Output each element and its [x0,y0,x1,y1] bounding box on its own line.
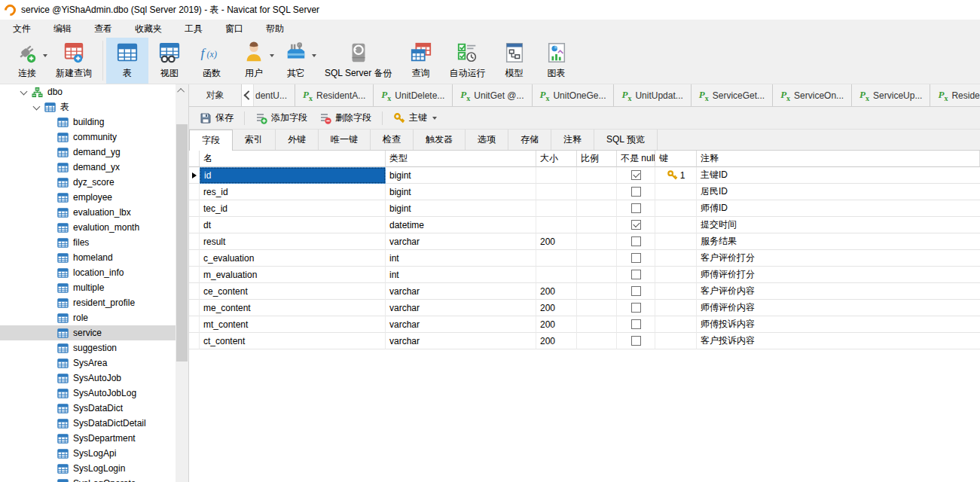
chevron-down-icon[interactable] [32,102,41,111]
field-key-cell[interactable] [655,233,697,250]
table-row[interactable]: mt_contentvarchar200师傅投诉内容 [189,316,980,333]
sidebar-item-resident_profile[interactable]: resident_profile [0,295,176,310]
field-name-cell[interactable]: tec_id [200,200,386,217]
sidebar-item-SysDepartment[interactable]: SysDepartment [0,431,176,446]
field-name-cell[interactable]: id [200,167,386,184]
field-comment-cell[interactable]: 师傅评价内容 [697,300,980,316]
tab-外键[interactable]: 外键 [276,130,319,150]
field-name-cell[interactable]: res_id [200,184,386,200]
notnull-checkbox[interactable] [631,303,641,313]
tab-字段[interactable]: 字段 [189,130,233,151]
field-type-cell[interactable]: bigint [386,200,536,217]
sidebar-item-demand_yg[interactable]: demand_yg [0,145,176,160]
sidebar-item-SysAutoJob[interactable]: SysAutoJob [0,371,176,386]
object-tab-UnitGet @...[interactable]: PxUnitGet @... [453,84,532,106]
sidebar-item-homeland[interactable]: homeland [0,250,176,265]
notnull-checkbox[interactable] [631,236,641,246]
sidebar-item-dbo[interactable]: dbo [0,84,176,99]
field-notnull-cell[interactable] [617,283,655,300]
notnull-checkbox[interactable] [631,286,641,296]
field-type-cell[interactable]: varchar [386,316,536,333]
column-header-1[interactable]: 类型 [386,151,536,167]
field-notnull-cell[interactable] [617,333,655,349]
sidebar-item-role[interactable]: role [0,310,176,325]
table-row[interactable]: ct_contentvarchar200客户投诉内容 [189,333,980,349]
toolbar-button-model[interactable]: 模型 [493,38,536,84]
sidebar-scrollbar[interactable] [176,84,188,482]
toolbar-button-table[interactable]: 表 [106,38,148,84]
field-comment-cell[interactable]: 师傅评价打分 [697,267,980,283]
field-size-cell[interactable]: 200 [536,316,577,333]
sidebar-item-evaluation_lbx[interactable]: evaluation_lbx [0,205,176,220]
chevron-down-icon[interactable] [43,54,47,57]
table-row[interactable]: tec_idbigint师傅ID [189,200,980,217]
field-notnull-cell[interactable] [617,184,655,200]
field-name-cell[interactable]: m_evaluation [200,267,386,283]
field-size-cell[interactable] [536,167,577,184]
field-notnull-cell[interactable] [617,217,655,233]
tab-注释[interactable]: 注释 [551,130,594,150]
field-scale-cell[interactable] [577,333,617,349]
menu-item-6[interactable]: 帮助 [255,20,295,38]
tab-触发器[interactable]: 触发器 [414,130,466,150]
object-tab-ServiceOn...[interactable]: PxServiceOn... [773,84,852,106]
field-comment-cell[interactable]: 居民ID [697,184,980,200]
primary-key-button[interactable]: 主键 [387,109,443,127]
field-notnull-cell[interactable] [617,200,655,217]
field-type-cell[interactable]: int [386,250,536,267]
object-tab-ServiceUp...[interactable]: PxServiceUp... [852,84,930,106]
field-name-cell[interactable]: result [200,233,386,250]
sidebar-item-SysLogApi[interactable]: SysLogApi [0,446,176,461]
object-tab-UnitDelete...[interactable]: PxUnitDelete... [374,84,453,106]
table-row[interactable]: c_evaluationint客户评价打分 [189,250,980,267]
notnull-checkbox[interactable] [631,220,641,230]
column-header-6[interactable]: 注释 [697,151,980,167]
field-comment-cell[interactable]: 提交时间 [697,217,980,233]
field-comment-cell[interactable]: 师傅投诉内容 [697,316,980,333]
field-size-cell[interactable]: 200 [536,233,577,250]
field-key-cell[interactable] [655,184,697,200]
field-comment-cell[interactable]: 主键ID [697,167,980,184]
notnull-checkbox[interactable] [631,319,641,329]
field-scale-cell[interactable] [577,283,617,300]
field-size-cell[interactable]: 200 [536,333,577,349]
field-notnull-cell[interactable] [617,267,655,283]
tab-objects[interactable]: 对象 [189,84,242,106]
field-notnull-cell[interactable] [617,233,655,250]
field-key-cell[interactable]: 1 [655,167,697,184]
field-key-cell[interactable] [655,283,697,300]
toolbar-button-automation[interactable]: 自动运行 [442,38,493,84]
field-scale-cell[interactable] [577,316,617,333]
field-name-cell[interactable]: dt [200,217,386,233]
field-name-cell[interactable]: ce_content [200,283,386,300]
add-field-button[interactable]: 添加字段 [249,109,313,127]
notnull-checkbox[interactable] [631,270,641,279]
sidebar-item-employee[interactable]: employee [0,190,176,205]
field-key-cell[interactable] [655,250,697,267]
field-type-cell[interactable]: varchar [386,233,536,250]
field-size-cell[interactable] [536,200,577,217]
notnull-checkbox[interactable] [631,253,641,263]
sidebar-item-building[interactable]: building [0,114,176,130]
menu-item-0[interactable]: 文件 [2,20,42,38]
field-name-cell[interactable]: mt_content [200,316,386,333]
sidebar-item-SysLogOperate[interactable]: SysLogOperate [0,476,176,482]
field-size-cell[interactable] [536,267,577,283]
sidebar-item-files[interactable]: files [0,235,176,250]
field-size-cell[interactable] [536,217,577,233]
field-key-cell[interactable] [655,333,697,349]
notnull-checkbox[interactable] [631,336,641,346]
field-comment-cell[interactable]: 服务结果 [697,233,980,250]
toolbar-button-connection[interactable]: 连接 [6,38,48,84]
toolbar-button-new-query[interactable]: 新建查询 [48,38,99,84]
sidebar-item-location_info[interactable]: location_info [0,265,176,280]
sidebar-item-community[interactable]: community [0,130,176,145]
field-key-cell[interactable] [655,200,697,217]
field-type-cell[interactable]: bigint [386,167,536,184]
sidebar-item-service[interactable]: service [0,325,176,340]
field-notnull-cell[interactable] [617,167,655,184]
field-key-cell[interactable] [655,217,697,233]
tab-存储[interactable]: 存储 [508,130,551,150]
notnull-checkbox[interactable] [631,170,641,180]
toolbar-button-backup[interactable]: SQL Server 备份 [317,38,400,84]
